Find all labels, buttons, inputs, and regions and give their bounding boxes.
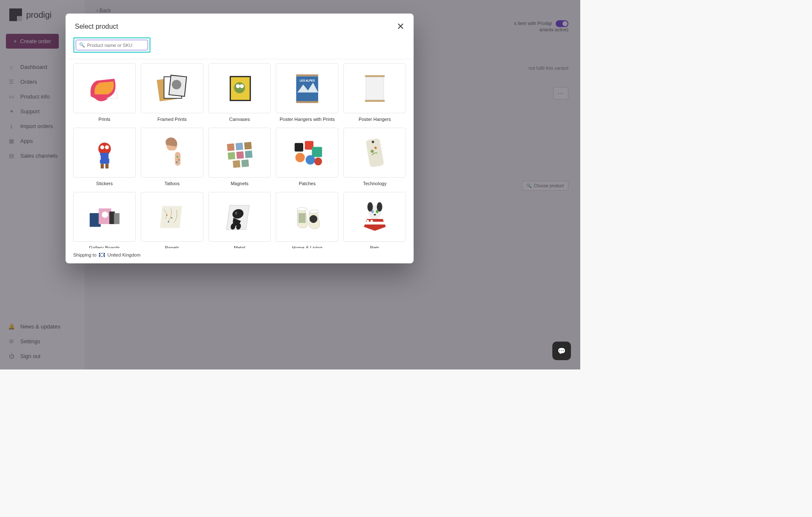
svg-rect-9 [296, 74, 318, 77]
svg-point-6 [234, 82, 245, 93]
category-tattoos[interactable]: Tattoos [141, 128, 203, 186]
svg-point-74 [370, 219, 373, 222]
category-label: Pets [370, 245, 379, 248]
category-magnets[interactable]: Magnets [208, 128, 271, 186]
canvases-thumb [208, 63, 271, 113]
category-label: Technology [363, 181, 387, 186]
svg-point-69 [371, 210, 374, 213]
tattoos-thumb [141, 128, 203, 178]
svg-rect-14 [366, 77, 384, 100]
svg-point-71 [373, 214, 376, 216]
svg-point-42 [306, 155, 315, 164]
svg-rect-32 [244, 142, 252, 149]
category-label: Panels [165, 245, 179, 248]
category-pets[interactable]: Pets [343, 192, 406, 248]
svg-rect-23 [105, 164, 108, 168]
svg-rect-36 [233, 160, 240, 168]
chat-icon: 💬 [557, 347, 566, 355]
svg-text:LES ALPES: LES ALPES [299, 79, 315, 82]
poster-hangers-thumb [343, 63, 406, 113]
search-bar: 🔍 [66, 37, 414, 59]
svg-point-3 [172, 80, 181, 89]
svg-rect-63 [299, 213, 306, 223]
svg-rect-31 [236, 142, 243, 150]
category-label: Prints [99, 117, 110, 122]
framed-prints-thumb [141, 63, 203, 113]
svg-point-41 [295, 153, 304, 162]
shipping-country: United Kingdom [107, 252, 140, 257]
svg-rect-12 [296, 101, 318, 103]
svg-rect-19 [100, 153, 109, 164]
search-input[interactable] [87, 43, 145, 48]
svg-rect-37 [241, 159, 249, 167]
category-label: Metal [234, 245, 245, 248]
svg-point-43 [314, 157, 322, 165]
svg-rect-20 [96, 155, 100, 160]
svg-point-65 [310, 215, 318, 223]
category-prints[interactable]: Prints [73, 63, 136, 122]
category-canvases[interactable]: Canvases [208, 63, 271, 122]
category-label: Patches [299, 181, 315, 186]
prints-thumb [73, 63, 136, 113]
category-label: Home & Living [292, 245, 323, 248]
uk-flag-icon [99, 253, 105, 257]
svg-point-50 [102, 211, 108, 218]
svg-rect-34 [236, 151, 244, 159]
svg-point-8 [240, 84, 244, 88]
svg-point-7 [236, 84, 240, 88]
svg-rect-35 [245, 150, 252, 158]
chat-widget-button[interactable]: 💬 [552, 342, 571, 360]
svg-rect-72 [364, 222, 386, 224]
home-living-thumb [276, 192, 338, 242]
svg-rect-13 [365, 75, 384, 77]
category-label: Gallery Boards [89, 245, 120, 248]
svg-point-73 [367, 219, 369, 222]
pets-thumb [343, 192, 406, 242]
svg-point-62 [297, 208, 307, 211]
close-button[interactable]: ✕ [397, 21, 404, 32]
svg-rect-51 [109, 211, 115, 224]
svg-point-29 [176, 161, 178, 163]
category-stickers[interactable]: Stickers [73, 128, 136, 186]
category-framed-prints[interactable]: Framed Prints [141, 63, 203, 122]
svg-point-70 [376, 210, 379, 213]
category-label: Magnets [230, 181, 248, 186]
category-label: Poster Hangers [359, 117, 391, 122]
svg-rect-38 [295, 143, 303, 151]
close-icon: ✕ [397, 21, 404, 32]
patches-thumb [276, 128, 338, 178]
category-poster-hangers[interactable]: Poster Hangers [343, 63, 406, 122]
technology-thumb [343, 128, 406, 178]
category-panels[interactable]: Panels [141, 192, 203, 248]
modal-header: Select product ✕ [66, 14, 414, 37]
category-technology[interactable]: Technology [343, 128, 406, 186]
svg-rect-40 [312, 147, 322, 157]
svg-point-28 [178, 159, 180, 161]
shipping-label: Shipping to [73, 252, 96, 257]
category-label: Poster Hangers with Prints [280, 117, 335, 122]
category-metal[interactable]: Metal [208, 192, 271, 248]
gallery-boards-thumb [73, 192, 136, 242]
svg-rect-21 [108, 153, 112, 159]
category-grid: Prints Framed Prints Canvases LES ALPES … [73, 63, 406, 248]
modal-title: Select product [75, 23, 118, 30]
category-grid-scroll[interactable]: Prints Framed Prints Canvases LES ALPES … [66, 59, 414, 248]
metal-thumb [208, 192, 271, 242]
category-label: Stickers [96, 181, 112, 186]
magnets-thumb [208, 128, 271, 178]
panels-thumb [141, 192, 203, 242]
svg-rect-22 [101, 164, 104, 168]
poster-hangers-prints-thumb: LES ALPES [276, 63, 338, 113]
category-home-living[interactable]: Home & Living [276, 192, 338, 248]
select-product-modal: Select product ✕ 🔍 Prints Fr [66, 14, 414, 263]
category-poster-hangers-prints[interactable]: LES ALPES Poster Hangers with Prints [276, 63, 338, 122]
svg-point-27 [177, 156, 178, 157]
search-input-wrap[interactable]: 🔍 [76, 40, 148, 50]
category-gallery-boards[interactable]: Gallery Boards [73, 192, 136, 248]
svg-rect-52 [114, 213, 119, 224]
svg-rect-15 [365, 100, 384, 102]
search-highlight: 🔍 [73, 37, 151, 53]
svg-point-18 [105, 145, 109, 149]
category-patches[interactable]: Patches [276, 128, 338, 186]
svg-point-17 [100, 145, 104, 149]
